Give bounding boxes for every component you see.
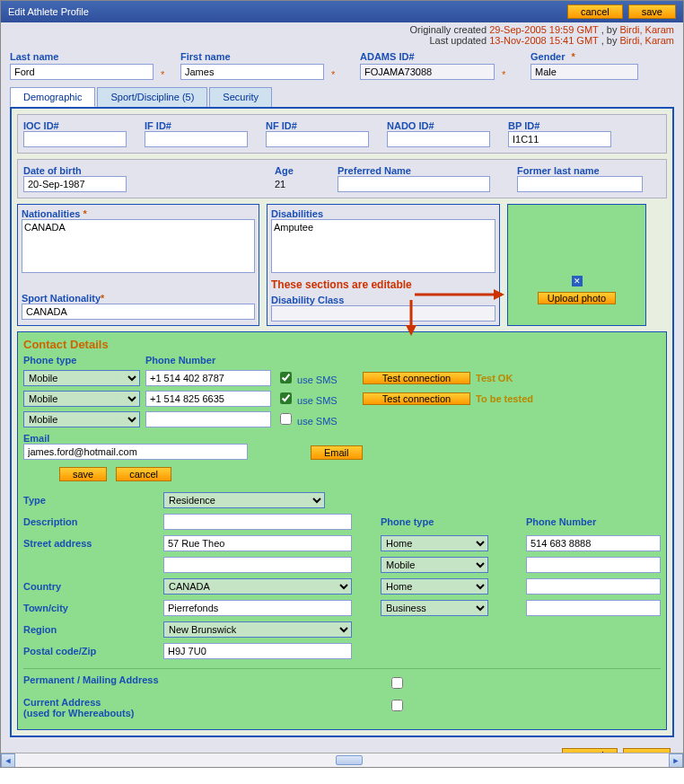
addr-phonetype-1[interactable]: Home (381, 535, 488, 551)
perm-checkbox[interactable] (391, 677, 403, 689)
age-label: Age (275, 165, 329, 176)
desc-label: Description (23, 516, 158, 527)
test-button-2[interactable]: Test connection (363, 392, 470, 405)
scroll-left-icon[interactable]: ◄ (1, 753, 15, 768)
cancel-button[interactable]: cancel (567, 4, 623, 19)
phonenum-input-1[interactable] (145, 370, 271, 386)
adams-label: ADAMS ID# (360, 51, 522, 62)
town-input[interactable] (163, 600, 352, 616)
pref-input[interactable] (338, 176, 490, 192)
dis-label: Disabilities (271, 208, 495, 219)
sportnat-label: Sport Nationality (22, 293, 101, 304)
sportnat-input[interactable] (22, 304, 255, 320)
email-input[interactable] (23, 444, 248, 460)
save-contact-button[interactable]: save (59, 467, 107, 481)
arrow-down-icon (404, 300, 418, 336)
lastname-input[interactable] (10, 64, 153, 80)
tab-demographic[interactable]: Demographic (10, 87, 95, 107)
test-button-1[interactable]: Test connection (363, 372, 470, 384)
svg-marker-1 (494, 289, 504, 300)
status-2: To be tested (476, 393, 557, 404)
region-select[interactable]: New Brunswick (163, 621, 352, 638)
postal-label: Postal code/Zip (23, 646, 158, 656)
scroll-thumb[interactable] (336, 755, 363, 765)
ptype-header: Phone type (23, 355, 140, 366)
sms-checkbox-3[interactable] (280, 413, 292, 425)
tab-security[interactable]: Security (209, 87, 272, 107)
adams-id-input (360, 64, 495, 80)
page-title: Edit Athlete Profile (8, 6, 567, 17)
close-photo-icon[interactable]: ✕ (572, 276, 583, 286)
status-1: Test OK (476, 373, 557, 383)
disclass-input[interactable] (271, 305, 495, 322)
nado-input[interactable] (387, 131, 490, 147)
meta-info: Originally created 29-Sep-2005 19:59 GMT… (1, 22, 683, 49)
lastname-label: Last name (10, 51, 171, 62)
scroll-right-icon[interactable]: ► (669, 753, 683, 768)
save-button[interactable]: save (628, 4, 676, 19)
pref-label: Preferred Name (338, 165, 508, 176)
addr-pnum-label: Phone Number (526, 516, 661, 527)
cancel-contact-button[interactable]: cancel (116, 467, 171, 481)
addr-phonenum-3[interactable] (526, 578, 661, 595)
ioc-label: IOC ID# (23, 120, 136, 131)
country-select[interactable]: CANADA (163, 578, 352, 595)
town-label: Town/city (23, 603, 158, 613)
desc-input[interactable] (163, 514, 352, 530)
addrtype-select[interactable]: Residence (163, 492, 325, 508)
nat-label: Nationalities (22, 208, 80, 219)
nf-input[interactable] (266, 131, 369, 147)
sms-checkbox-1[interactable] (280, 372, 292, 383)
sms-checkbox-2[interactable] (280, 392, 292, 404)
dob-input[interactable] (23, 176, 127, 192)
former-input[interactable] (517, 176, 643, 192)
horizontal-scrollbar[interactable]: ◄ ► (1, 753, 683, 767)
phonetype-select-2[interactable]: Mobile (23, 391, 140, 407)
gender-label: Gender * (531, 51, 647, 62)
street-input-1[interactable] (163, 535, 352, 551)
addrtype-label: Type (23, 495, 158, 506)
former-label: Former last name (517, 165, 652, 176)
nado-label: NADO ID# (387, 120, 499, 131)
perm-label: Permanent / Mailing Address (23, 674, 382, 692)
nationalities-input[interactable]: CANADA (22, 219, 255, 273)
country-label: Country (23, 581, 158, 592)
addr-ptype-label: Phone type (381, 516, 488, 527)
email-label: Email (23, 433, 248, 444)
addr-phonetype-3[interactable]: Home (381, 578, 488, 595)
phonenum-input-3[interactable] (145, 411, 271, 427)
gender-input (531, 64, 638, 80)
upload-photo-button[interactable]: Upload photo (538, 292, 616, 304)
if-label: IF ID# (145, 120, 257, 131)
street-label: Street address (23, 538, 158, 549)
firstname-input[interactable] (180, 64, 324, 80)
firstname-label: First name (180, 51, 351, 62)
addr-phonetype-2[interactable]: Mobile (381, 557, 488, 573)
email-button[interactable]: Email (311, 445, 363, 460)
street-input-2[interactable] (163, 557, 352, 573)
phonetype-select-3[interactable]: Mobile (23, 411, 140, 427)
ioc-input[interactable] (23, 131, 127, 147)
curr-checkbox[interactable] (391, 700, 403, 711)
dob-label: Date of birth (23, 165, 266, 176)
if-input[interactable] (145, 131, 248, 147)
age-value: 21 (275, 176, 329, 189)
phonenum-input-2[interactable] (145, 391, 271, 407)
arrow-right-icon (415, 287, 504, 302)
addr-phonetype-4[interactable]: Business (381, 600, 488, 616)
pnum-header: Phone Number (145, 355, 271, 366)
nf-label: NF ID# (266, 120, 378, 131)
contact-header: Contact Details (23, 338, 661, 351)
curr-label: Current Address(used for Whereabouts) (23, 697, 382, 718)
phonetype-select-1[interactable]: Mobile (23, 370, 140, 386)
addr-phonenum-2[interactable] (526, 557, 661, 573)
bp-input[interactable] (508, 131, 611, 147)
addr-phonenum-4[interactable] (526, 600, 661, 616)
svg-marker-3 (406, 325, 417, 336)
postal-input[interactable] (163, 643, 352, 659)
disabilities-input[interactable]: Amputee (271, 219, 495, 273)
tab-sport[interactable]: Sport/Discipline (5) (97, 87, 207, 107)
addr-phonenum-1[interactable] (526, 535, 661, 551)
bp-label: BP ID# (508, 120, 620, 131)
region-label: Region (23, 624, 158, 635)
